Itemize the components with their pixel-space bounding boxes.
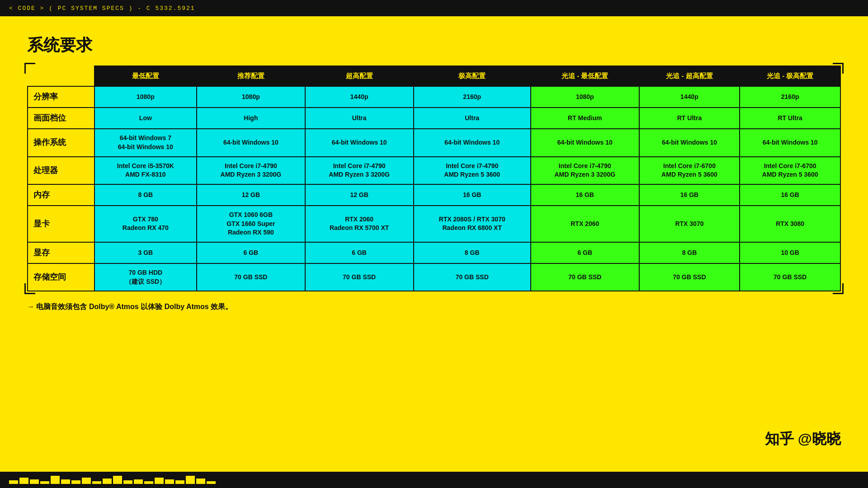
- cell-1-1: High: [197, 108, 305, 129]
- cell-7-5: 70 GB SSD: [639, 263, 740, 291]
- deco-bar-11: [113, 476, 122, 484]
- cell-2-6: 64-bit Windows 10: [740, 129, 840, 156]
- top-bar: < CODE > ( PC SYSTEM SPECS ) - C 5332.59…: [0, 0, 868, 16]
- cell-3-2: Intel Core i7-4790 AMD Ryzen 3 3200G: [305, 157, 414, 184]
- deco-bar-6: [61, 479, 70, 484]
- top-bar-text: < CODE > ( PC SYSTEM SPECS ) - C 5332.59…: [9, 5, 195, 12]
- cell-0-0: 1080p: [94, 86, 197, 108]
- header-col-5: 光追 - 最低配置: [531, 66, 639, 86]
- cell-3-6: Intel Core i7-6700 AMD Ryzen 5 3600: [740, 157, 840, 184]
- bracket-bl: [24, 283, 35, 294]
- cell-1-4: RT Medium: [531, 108, 639, 129]
- cell-4-3: 16 GB: [414, 184, 531, 206]
- cell-4-5: 16 GB: [639, 184, 740, 206]
- table-row: 分辨率1080p1080p1440p2160p1080p1440p2160p: [28, 86, 840, 108]
- cell-1-2: Ultra: [305, 108, 414, 129]
- bracket-tl: [24, 63, 35, 74]
- cell-7-0: 70 GB HDD （建议 SSD）: [94, 263, 197, 291]
- table-container: 最低配置推荐配置超高配置极高配置光追 - 最低配置光追 - 超高配置光追 - 极…: [27, 66, 841, 291]
- header-col-7: 光追 - 极高配置: [740, 66, 840, 86]
- row-label-5: 显卡: [28, 206, 94, 242]
- row-label-7: 存储空间: [28, 263, 94, 291]
- cell-6-0: 3 GB: [94, 242, 197, 263]
- header-col-4: 极高配置: [414, 66, 531, 86]
- cell-0-4: 1080p: [531, 86, 639, 108]
- row-label-0: 分辨率: [28, 86, 94, 108]
- cell-2-5: 64-bit Windows 10: [639, 129, 740, 156]
- cell-6-4: 6 GB: [531, 242, 639, 263]
- deco-bar-3: [30, 479, 39, 484]
- cell-5-1: GTX 1060 6GB GTX 1660 Super Radeon RX 59…: [197, 206, 305, 242]
- cell-7-1: 70 GB SSD: [197, 263, 305, 291]
- cell-5-3: RTX 2080S / RTX 3070 Radeon RX 6800 XT: [414, 206, 531, 242]
- cell-1-0: Low: [94, 108, 197, 129]
- deco-bar-10: [103, 479, 112, 484]
- cell-0-5: 1440p: [639, 86, 740, 108]
- deco-bar-1: [9, 480, 18, 484]
- deco-bar-15: [155, 478, 164, 484]
- deco-bar-16: [165, 479, 174, 484]
- cell-4-0: 8 GB: [94, 184, 197, 206]
- row-label-2: 操作系统: [28, 129, 94, 156]
- row-label-1: 画面档位: [28, 108, 94, 129]
- cell-5-2: RTX 2060 Radeon RX 5700 XT: [305, 206, 414, 242]
- cell-6-6: 10 GB: [740, 242, 840, 263]
- cell-1-5: RT Ultra: [639, 108, 740, 129]
- cell-7-2: 70 GB SSD: [305, 263, 414, 291]
- cell-4-2: 12 GB: [305, 184, 414, 206]
- deco-bar-18: [186, 476, 195, 484]
- cell-0-6: 2160p: [740, 86, 840, 108]
- deco-bar-17: [175, 480, 184, 484]
- table-row: 画面档位LowHighUltraUltraRT MediumRT UltraRT…: [28, 108, 840, 129]
- cell-3-5: Intel Core i7-6700 AMD Ryzen 5 3600: [639, 157, 740, 184]
- deco-bars: [9, 476, 216, 484]
- cell-6-2: 6 GB: [305, 242, 414, 263]
- cell-2-1: 64-bit Windows 10: [197, 129, 305, 156]
- deco-bar-19: [196, 479, 205, 484]
- row-label-6: 显存: [28, 242, 94, 263]
- cell-1-3: Ultra: [414, 108, 531, 129]
- cell-4-4: 16 GB: [531, 184, 639, 206]
- cell-2-4: 64-bit Windows 10: [531, 129, 639, 156]
- bracket-br: [833, 283, 844, 294]
- deco-bar-8: [82, 478, 91, 484]
- cell-3-3: Intel Core i7-4790 AMD Ryzen 5 3600: [414, 157, 531, 184]
- deco-bar-14: [144, 481, 153, 484]
- cell-5-5: RTX 3070: [639, 206, 740, 242]
- cell-0-1: 1080p: [197, 86, 305, 108]
- header-col-1: 最低配置: [94, 66, 197, 86]
- deco-bar-20: [207, 481, 216, 484]
- cell-2-0: 64-bit Windows 7 64-bit Windows 10: [94, 129, 197, 156]
- cell-2-2: 64-bit Windows 10: [305, 129, 414, 156]
- cell-6-1: 6 GB: [197, 242, 305, 263]
- header-col-3: 超高配置: [305, 66, 414, 86]
- deco-bar-7: [71, 480, 80, 484]
- cell-7-4: 70 GB SSD: [531, 263, 639, 291]
- deco-bar-5: [51, 476, 60, 484]
- table-row: 显卡GTX 780 Radeon RX 470GTX 1060 6GB GTX …: [28, 206, 840, 242]
- cell-0-2: 1440p: [305, 86, 414, 108]
- cell-5-0: GTX 780 Radeon RX 470: [94, 206, 197, 242]
- cell-4-6: 16 GB: [740, 184, 840, 206]
- deco-bar-13: [134, 479, 143, 484]
- cell-4-1: 12 GB: [197, 184, 305, 206]
- cell-7-6: 70 GB SSD: [740, 263, 840, 291]
- cell-7-3: 70 GB SSD: [414, 263, 531, 291]
- table-row: 内存8 GB12 GB12 GB16 GB16 GB16 GB16 GB: [28, 184, 840, 206]
- deco-bar-12: [123, 480, 132, 484]
- bottom-bar: [0, 472, 868, 488]
- cell-2-3: 64-bit Windows 10: [414, 129, 531, 156]
- cell-3-1: Intel Core i7-4790 AMD Ryzen 3 3200G: [197, 157, 305, 184]
- deco-bar-2: [19, 478, 28, 484]
- deco-bar-4: [40, 481, 49, 484]
- deco-bar-9: [92, 481, 101, 484]
- spec-table: 最低配置推荐配置超高配置极高配置光追 - 最低配置光追 - 超高配置光追 - 极…: [27, 66, 841, 291]
- cell-6-3: 8 GB: [414, 242, 531, 263]
- table-row: 操作系统64-bit Windows 7 64-bit Windows 1064…: [28, 129, 840, 156]
- table-row: 存储空间70 GB HDD （建议 SSD）70 GB SSD70 GB SSD…: [28, 263, 840, 291]
- bracket-tr: [833, 63, 844, 74]
- main-content: 系统要求 最低配置推荐配置超高配置极高配置光追 - 最低配置光追 - 超高配置光…: [0, 16, 868, 472]
- row-label-3: 处理器: [28, 157, 94, 184]
- watermark: 知乎 @晓晓: [765, 429, 841, 449]
- row-label-4: 内存: [28, 184, 94, 206]
